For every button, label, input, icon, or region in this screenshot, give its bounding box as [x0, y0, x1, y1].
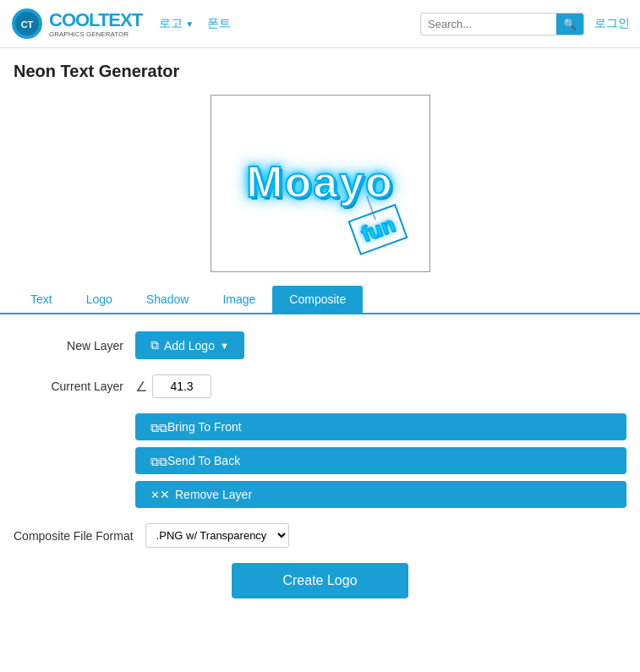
tab-shadow[interactable]: Shadow — [129, 286, 206, 313]
new-layer-row: New Layer ⧉ Add Logo ▼ — [14, 331, 626, 359]
tab-text[interactable]: Text — [14, 286, 69, 313]
preview-box: Moayo fun — [211, 95, 430, 272]
create-logo-button[interactable]: Create Logo — [232, 563, 408, 598]
remove-layer-icon: ✕ — [150, 488, 170, 501]
action-buttons: ⧉ Bring To Front ⧉ Send To Back ✕ Remove… — [135, 413, 626, 508]
preview-container: Moayo fun — [0, 88, 640, 286]
preview-content: Moayo fun — [211, 96, 429, 271]
logo-text: COOLTEXT — [49, 9, 142, 30]
add-logo-dropdown-arrow: ▼ — [220, 341, 229, 351]
search-area: 🔍 — [420, 13, 584, 36]
logo-dropdown-arrow: ▼ — [185, 19, 194, 29]
create-row: Create Logo — [14, 563, 626, 598]
new-layer-label: New Layer — [14, 339, 123, 352]
add-logo-button[interactable]: ⧉ Add Logo ▼ — [135, 331, 244, 359]
angle-icon: ∠ — [135, 379, 147, 395]
svg-text:CT: CT — [21, 19, 34, 30]
login-link[interactable]: 로그인 — [594, 16, 630, 31]
file-format-row: Composite File Format .PNG w/ Transparen… — [14, 523, 626, 548]
logo-text-group: COOLTEXT GRAPHICS GENERATOR — [49, 9, 142, 38]
current-layer-input[interactable] — [152, 374, 211, 398]
preview-sub-text: fun — [348, 204, 408, 255]
tabs-container: Text Logo Shadow Image Composite — [0, 286, 640, 314]
page-title: Neon Text Generator — [0, 48, 640, 88]
nav-logo[interactable]: 로고 ▼ — [159, 16, 194, 31]
form-area: New Layer ⧉ Add Logo ▼ Current Layer ∠ ⧉… — [0, 314, 640, 615]
logo-sub: GRAPHICS GENERATOR — [49, 31, 142, 38]
current-layer-label: Current Layer — [14, 380, 123, 393]
tab-image[interactable]: Image — [205, 286, 272, 313]
search-input[interactable] — [421, 14, 556, 34]
file-format-select[interactable]: .PNG w/ Transparency .JPG .GIF — [145, 523, 289, 548]
search-button[interactable]: 🔍 — [556, 14, 583, 35]
bring-to-front-button[interactable]: ⧉ Bring To Front — [135, 413, 626, 440]
cooltext-logo-icon: CT — [10, 7, 44, 41]
nav-font[interactable]: 폰트 — [207, 16, 231, 31]
preview-main-text: Moayo — [246, 156, 394, 207]
logo-area: CT COOLTEXT GRAPHICS GENERATOR — [10, 7, 142, 41]
tab-logo[interactable]: Logo — [69, 286, 129, 313]
current-layer-row: Current Layer ∠ — [14, 374, 626, 398]
send-to-back-button[interactable]: ⧉ Send To Back — [135, 447, 626, 474]
header: CT COOLTEXT GRAPHICS GENERATOR 로고 ▼ 폰트 🔍… — [0, 0, 640, 48]
add-logo-icon: ⧉ — [150, 338, 159, 352]
file-format-label: Composite File Format — [14, 529, 134, 543]
remove-layer-button[interactable]: ✕ Remove Layer — [135, 481, 626, 508]
send-to-back-icon: ⧉ — [150, 455, 162, 467]
bring-to-front-icon: ⧉ — [150, 421, 162, 433]
tab-composite[interactable]: Composite — [272, 286, 363, 313]
